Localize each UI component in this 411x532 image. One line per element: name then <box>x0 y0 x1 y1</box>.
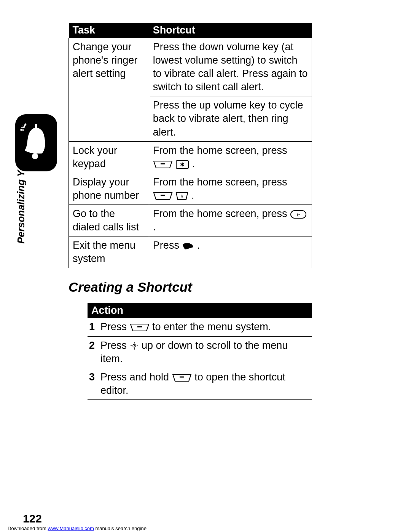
menu-key-icon <box>153 160 173 169</box>
step-text: Press to enter the menu system. <box>98 318 312 336</box>
shortcut-cell: Press the up volume key to cycle back to… <box>149 96 312 141</box>
step-text: Press and hold to open the shortcut edit… <box>98 368 312 399</box>
step-number: 1 <box>88 318 98 336</box>
nav-key-icon <box>130 341 139 350</box>
footer-text: Downloaded from www.Manualslib.com manua… <box>8 526 147 531</box>
table-row: Lock your keypad From the home screen, p… <box>69 141 312 173</box>
svg-point-12 <box>32 153 38 159</box>
task-cell: Change your phone's ringer alert setting <box>69 38 149 142</box>
main-content: Task Shortcut Change your phone's ringer… <box>68 23 312 400</box>
shortcut-cell: From the home screen, press . <box>149 205 312 236</box>
table-row: Change your phone's ringer alert setting… <box>69 38 312 96</box>
tasks-header-shortcut: Shortcut <box>149 23 312 38</box>
hash-key-icon <box>175 192 188 200</box>
manual-page: Personalizing Your Phone Task Shortcut C… <box>0 0 411 532</box>
action-header: Action <box>88 303 312 318</box>
shortcut-cell: Press the down volume key (at lowest vol… <box>149 38 312 96</box>
tasks-table: Task Shortcut Change your phone's ringer… <box>68 23 312 268</box>
shortcut-cell: Press . <box>149 236 312 268</box>
menu-key-icon <box>172 374 192 382</box>
table-row: 3 Press and hold to open the shortcut ed… <box>88 368 312 399</box>
section-heading: Creating a Shortcut <box>68 280 312 295</box>
menu-key-icon <box>153 192 173 200</box>
section-label-vertical: Personalizing Your Phone <box>15 121 27 244</box>
task-cell: Display your phone number <box>69 173 149 204</box>
table-row: Go to the dialed calls list From the hom… <box>69 205 312 236</box>
table-row: Display your phone number From the home … <box>69 173 312 204</box>
step-number: 3 <box>88 368 98 399</box>
svg-rect-13 <box>35 124 37 128</box>
send-key-icon <box>290 210 307 219</box>
step-number: 2 <box>88 336 98 368</box>
menu-key-icon <box>130 323 150 332</box>
task-cell: Lock your keypad <box>69 141 149 173</box>
table-row: 1 Press to enter the menu system. <box>88 318 312 336</box>
page-number: 122 <box>23 512 42 525</box>
step-text: Press up or down to scroll to the menu i… <box>98 336 312 368</box>
star-key-icon <box>175 160 189 169</box>
end-key-icon <box>182 242 194 250</box>
action-table: Action 1 Press to enter the menu system.… <box>88 303 312 399</box>
table-row: 2 Press up or down to scroll to the menu… <box>88 336 312 368</box>
task-cell: Go to the dialed calls list <box>69 205 149 236</box>
shortcut-cell: From the home screen, press . <box>149 173 312 204</box>
shortcut-cell: From the home screen, press . <box>149 141 312 173</box>
table-row: Exit the menu system Press . <box>69 236 312 268</box>
footer-link[interactable]: www.Manualslib.com <box>48 526 94 531</box>
tasks-header-task: Task <box>69 23 149 38</box>
task-cell: Exit the menu system <box>69 236 149 268</box>
